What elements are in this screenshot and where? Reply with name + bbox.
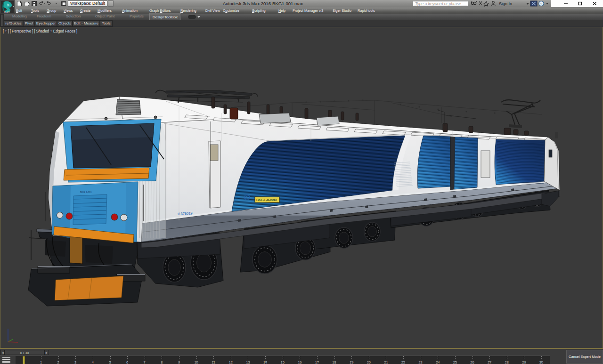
svg-text:MAX: MAX	[4, 11, 10, 14]
